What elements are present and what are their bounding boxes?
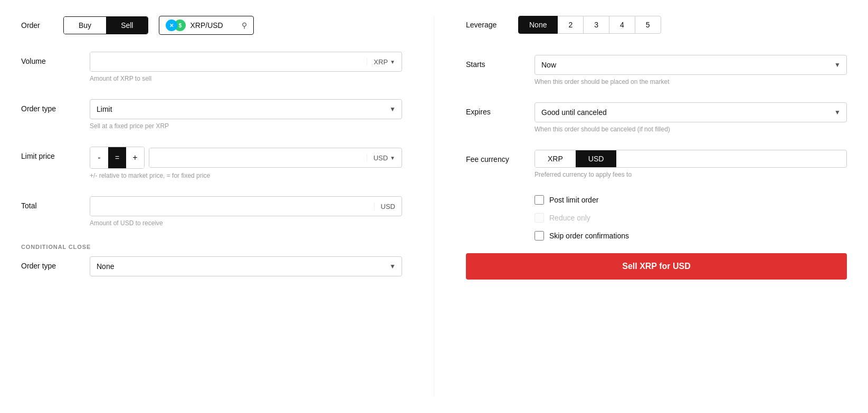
expires-select[interactable]: Good until canceled Day 1 week 1 month — [535, 102, 847, 122]
limit-price-dropdown-arrow: ▼ — [390, 155, 395, 161]
buy-sell-toggle[interactable]: Buy Sell — [63, 16, 148, 34]
volume-input[interactable] — [90, 52, 367, 71]
order-label: Order — [21, 21, 53, 30]
starts-hint: When this order should be placed on the … — [535, 78, 847, 85]
post-limit-checkbox[interactable] — [535, 195, 544, 205]
total-currency: USD — [374, 203, 402, 210]
volume-label: Volume — [21, 52, 90, 65]
total-input-wrap: USD — [90, 196, 402, 216]
volume-currency: XRP — [374, 58, 388, 66]
order-type-select[interactable]: Limit Market Stop Loss Take Profit — [90, 99, 402, 119]
volume-dropdown-arrow: ▼ — [390, 59, 395, 65]
reduce-only-row: Reduce only — [535, 213, 847, 223]
volume-currency-selector[interactable]: XRP ▼ — [367, 58, 402, 66]
expires-hint: When this order should be canceled (if n… — [535, 126, 847, 133]
order-type-select-wrap: Limit Market Stop Loss Take Profit ▼ — [90, 99, 402, 119]
limit-price-currency-selector[interactable]: USD ▼ — [367, 154, 402, 162]
fee-usd-btn[interactable]: USD — [576, 150, 617, 167]
stepper-plus[interactable]: + — [126, 147, 144, 168]
buy-button[interactable]: Buy — [64, 17, 106, 34]
skip-confirmations-row: Skip order confirmations — [535, 231, 847, 241]
pair-icon: ✕ $ — [166, 20, 186, 31]
pair-selector[interactable]: ✕ $ XRP/USD ⚲ — [159, 16, 254, 35]
leverage-4-btn[interactable]: 4 — [609, 16, 635, 34]
total-input[interactable] — [90, 197, 374, 216]
sell-submit-button[interactable]: Sell XRP for USD — [466, 253, 847, 280]
expires-label: Expires — [466, 102, 535, 116]
volume-hint: Amount of XRP to sell — [90, 75, 402, 82]
starts-select[interactable]: Now Custom — [535, 55, 847, 75]
conditional-close-section-label: CONDITIONAL CLOSE — [21, 244, 402, 250]
sell-button[interactable]: Sell — [106, 17, 148, 34]
order-type-label: Order type — [21, 99, 90, 113]
reduce-only-label: Reduce only — [549, 214, 590, 222]
volume-input-wrap: XRP ▼ — [90, 52, 402, 72]
leverage-options: None 2 3 4 5 — [519, 16, 661, 34]
total-hint: Amount of USD to receive — [90, 219, 402, 227]
limit-price-stepper: - = + — [90, 147, 145, 169]
conditional-order-type-select-wrap: None Limit Market Stop Loss Take Profit … — [90, 256, 402, 276]
fee-toggle: XRP USD — [535, 150, 847, 168]
expires-select-wrap: Good until canceled Day 1 week 1 month ▼ — [535, 102, 847, 122]
total-label: Total — [21, 196, 90, 210]
conditional-order-type-select[interactable]: None Limit Market Stop Loss Take Profit — [90, 256, 402, 276]
fee-currency-hint: Preferred currency to apply fees to — [535, 171, 847, 178]
conditional-order-type-label: Order type — [21, 256, 90, 270]
leverage-none-btn[interactable]: None — [518, 16, 558, 34]
pair-text: XRP/USD — [190, 21, 237, 30]
skip-confirmations-label[interactable]: Skip order confirmations — [549, 232, 629, 240]
leverage-3-btn[interactable]: 3 — [583, 16, 609, 34]
limit-price-currency: USD — [374, 154, 388, 162]
post-limit-order-row: Post limit order — [535, 195, 847, 205]
order-type-hint: Sell at a fixed price per XRP — [90, 122, 402, 130]
starts-select-wrap: Now Custom ▼ — [535, 55, 847, 75]
reduce-only-checkbox[interactable] — [535, 213, 544, 223]
leverage-label: Leverage — [466, 21, 519, 29]
fee-currency-label: Fee currency — [466, 150, 535, 164]
starts-label: Starts — [466, 55, 535, 69]
stepper-minus[interactable]: - — [90, 147, 108, 168]
fee-xrp-btn[interactable]: XRP — [535, 150, 576, 167]
post-limit-label[interactable]: Post limit order — [549, 196, 598, 204]
stepper-equals[interactable]: = — [108, 147, 126, 168]
limit-price-input[interactable]: 0.33334 — [149, 148, 367, 167]
limit-price-hint: +/- relative to market price, = for fixe… — [90, 172, 402, 179]
skip-confirmations-checkbox[interactable] — [535, 231, 544, 241]
leverage-2-btn[interactable]: 2 — [557, 16, 584, 34]
search-icon[interactable]: ⚲ — [242, 21, 247, 30]
leverage-5-btn[interactable]: 5 — [635, 16, 661, 34]
limit-price-label: Limit price — [21, 147, 90, 160]
limit-price-input-wrap: 0.33334 USD ▼ — [149, 148, 402, 168]
total-currency-text: USD — [381, 203, 395, 210]
